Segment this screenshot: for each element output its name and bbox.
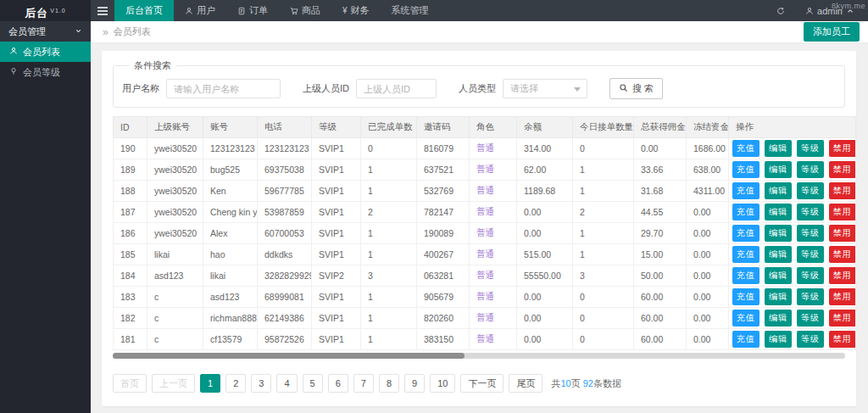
level-button[interactable]: 等级 [797, 182, 824, 199]
nav-item-finance[interactable]: ¥ 财务 [331, 0, 381, 21]
cell-invite-code: 637521 [417, 159, 470, 181]
nav-item-home[interactable]: 后台首页 [114, 0, 174, 21]
recharge-button[interactable]: 充值 [732, 225, 760, 242]
pagination-page-4[interactable]: 4 [276, 374, 297, 393]
edit-button[interactable]: 编辑 [765, 140, 792, 157]
hamburger-menu-icon[interactable] [91, 0, 114, 21]
disable-button[interactable]: 禁用 [829, 182, 856, 199]
role-link[interactable]: 普通 [476, 312, 494, 322]
pagination-page-2[interactable]: 2 [225, 374, 246, 393]
horizontal-scrollbar[interactable] [113, 353, 845, 359]
pagination-first[interactable]: 首页 [113, 374, 147, 393]
level-button[interactable]: 等级 [797, 161, 824, 178]
level-button[interactable]: 等级 [797, 225, 824, 242]
sidebar: 会员管理 会员列表 会员等级 [0, 21, 91, 413]
pagination-page-5[interactable]: 5 [303, 374, 323, 393]
level-button[interactable]: 等级 [797, 331, 824, 348]
nav-item-users[interactable]: 用户 [174, 0, 226, 21]
edit-button[interactable]: 编辑 [765, 331, 792, 348]
level-button[interactable]: 等级 [797, 310, 824, 326]
search-button[interactable]: 搜 索 [609, 78, 663, 99]
recharge-button[interactable]: 充值 [732, 161, 760, 178]
role-link[interactable]: 普通 [476, 142, 494, 153]
role-link[interactable]: 普通 [476, 291, 494, 301]
cell-invite-code: 383150 [417, 329, 470, 350]
col-phone: 电话 [258, 117, 312, 138]
recharge-button[interactable]: 充值 [732, 267, 760, 284]
cell-invite-code: 905679 [417, 287, 470, 308]
recharge-button[interactable]: 充值 [732, 310, 760, 326]
role-link[interactable]: 普通 [476, 164, 494, 174]
pagination-page-1[interactable]: 1 [200, 374, 220, 393]
edit-button[interactable]: 编辑 [765, 267, 792, 284]
disable-button[interactable]: 禁用 [829, 204, 856, 220]
pagination-page-3[interactable]: 3 [251, 374, 271, 393]
recharge-button[interactable]: 充值 [732, 140, 760, 157]
disable-button[interactable]: 禁用 [829, 161, 856, 178]
recharge-button[interactable]: 充值 [732, 204, 760, 220]
role-link[interactable]: 普通 [476, 185, 494, 195]
role-link[interactable]: 普通 [476, 248, 494, 259]
cell-parent-account: likai [147, 244, 203, 265]
nav-item-system[interactable]: 系统管理 [381, 0, 440, 21]
role-link[interactable]: 普通 [476, 227, 494, 237]
pagination-page-10[interactable]: 10 [430, 374, 455, 393]
recharge-button[interactable]: 充值 [732, 288, 760, 305]
disable-button[interactable]: 禁用 [829, 140, 856, 157]
level-button[interactable]: 等级 [797, 267, 824, 284]
disable-button[interactable]: 禁用 [829, 288, 856, 305]
sidebar-item-member-list[interactable]: 会员列表 [0, 42, 91, 62]
disable-button[interactable]: 禁用 [829, 246, 856, 263]
pagination-page-6[interactable]: 6 [328, 374, 348, 393]
edit-button[interactable]: 编辑 [765, 161, 792, 178]
refresh-icon[interactable] [776, 7, 785, 15]
cell-phone: 68999081 [258, 287, 312, 308]
level-button[interactable]: 等级 [797, 288, 824, 305]
pagination-page-8[interactable]: 8 [379, 374, 399, 393]
role-link[interactable]: 普通 [476, 206, 494, 216]
scrollbar-thumb[interactable] [113, 353, 465, 359]
person-type-select[interactable]: 请选择 [503, 79, 587, 98]
recharge-button[interactable]: 充值 [732, 246, 760, 263]
pagination-page-9[interactable]: 9 [404, 374, 425, 393]
edit-button[interactable]: 编辑 [765, 310, 792, 326]
cell-total-commission: 44.55 [634, 202, 687, 223]
level-button[interactable]: 等级 [797, 246, 824, 263]
sidebar-group-member-management[interactable]: 会员管理 [0, 21, 91, 42]
nav-item-orders[interactable]: 订单 [226, 0, 279, 21]
add-employee-button[interactable]: 添加员工 [804, 22, 860, 42]
disable-button[interactable]: 禁用 [829, 310, 856, 326]
cell-phone: 69375038 [258, 159, 312, 181]
nav-item-products[interactable]: 商品 [279, 0, 331, 21]
username-input[interactable] [166, 79, 281, 98]
cell-frozen-funds: 0.00 [687, 244, 729, 265]
cell-completed-orders: 1 [361, 308, 417, 329]
edit-button[interactable]: 编辑 [765, 225, 792, 242]
cell-level: SVIP1 [312, 223, 361, 244]
disable-button[interactable]: 禁用 [829, 331, 856, 348]
pagination-last[interactable]: 尾页 [509, 374, 542, 393]
total-pages: 10 [560, 378, 570, 388]
level-button[interactable]: 等级 [797, 140, 824, 157]
edit-button[interactable]: 编辑 [765, 288, 792, 305]
recharge-button[interactable]: 充值 [732, 182, 760, 199]
sidebar-item-member-level[interactable]: 会员等级 [0, 62, 91, 82]
edit-button[interactable]: 编辑 [765, 204, 792, 220]
recharge-button[interactable]: 充值 [732, 331, 760, 348]
edit-button[interactable]: 编辑 [765, 246, 792, 263]
cell-role: 普通 [470, 308, 517, 329]
level-button[interactable]: 等级 [797, 204, 824, 220]
edit-button[interactable]: 编辑 [765, 182, 792, 199]
disable-button[interactable]: 禁用 [829, 267, 856, 284]
total-records: 92 [583, 378, 593, 388]
disable-button[interactable]: 禁用 [829, 225, 856, 242]
pagination-prev[interactable]: 上一页 [152, 374, 195, 393]
table-header-row: ID 上级账号 账号 电话 等级 已完成单数 邀请码 角色 余额 今日接单数量 … [114, 117, 856, 138]
user-icon [185, 7, 193, 15]
pagination-next[interactable]: 下一页 [460, 374, 504, 393]
pagination-page-7[interactable]: 7 [353, 374, 374, 393]
role-link[interactable]: 普通 [476, 333, 494, 343]
parent-id-input[interactable] [356, 79, 437, 98]
role-link[interactable]: 普通 [476, 270, 494, 280]
app-logo[interactable]: 后台V1.0 [0, 0, 91, 21]
